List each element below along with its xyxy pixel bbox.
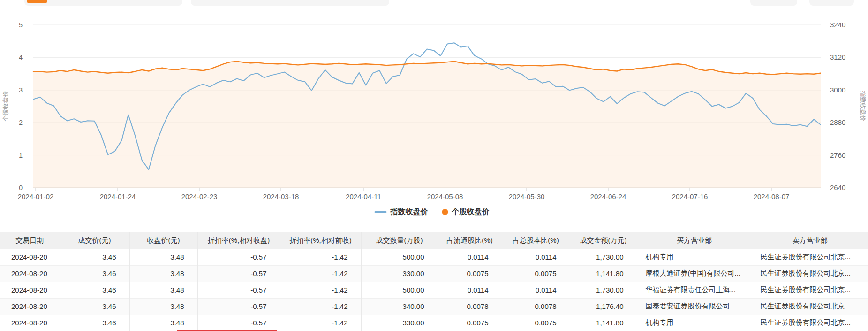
table-cell: 民生证券股份有限公司北京... <box>752 315 868 331</box>
stock-price-area <box>33 62 821 188</box>
table-cell: 0.0075 <box>438 265 502 282</box>
excel-icon-dark <box>825 0 829 0</box>
tab-group-right <box>191 0 389 6</box>
table-cell: 民生证券股份有限公司北京... <box>752 298 868 315</box>
x-axis-label: 2024-01-24 <box>100 192 136 200</box>
table-cell: 1,730.00 <box>570 249 637 265</box>
grid-view-button[interactable] <box>750 0 797 6</box>
column-header: 交易日期 <box>0 232 60 249</box>
column-header: 成交金额(万元) <box>570 232 637 249</box>
table-cell: 3.46 <box>60 298 129 315</box>
column-header: 卖方营业部 <box>752 232 868 249</box>
table-cell: 3.46 <box>60 265 129 282</box>
table-cell: 0.0075 <box>502 315 570 331</box>
table-cell: -1.42 <box>280 282 361 298</box>
table-cell: 0.0075 <box>438 315 502 331</box>
block-trade-table: 交易日期成交价(元)收盘价(元)折扣率(%,相对收盘)折扣率(%,相对前收)成交… <box>0 232 868 331</box>
x-axis-label: 2024-02-23 <box>181 192 218 200</box>
table-cell: 1,176.40 <box>570 298 637 315</box>
table-cell: 民生证券股份有限公司北京... <box>752 282 868 298</box>
x-axis-label: 2024-07-16 <box>672 192 708 200</box>
table-cell: 1,141.80 <box>570 265 637 282</box>
table-cell: 2024-08-20 <box>0 249 60 265</box>
table-cell: 0.0078 <box>502 298 570 315</box>
x-axis-label: 2024-05-30 <box>509 192 545 200</box>
column-header: 成交价(元) <box>60 232 129 249</box>
right-axis-tick: 3000 <box>830 86 845 94</box>
table-cell: -1.42 <box>280 249 361 265</box>
table-cell: 3.48 <box>129 298 197 315</box>
top-toolbar <box>0 0 868 7</box>
left-axis-tick: 2 <box>19 119 23 126</box>
table-cell: 国泰君安证券股份有限公司... <box>637 298 752 315</box>
legend-label: 指数收盘价 <box>391 207 428 217</box>
column-header: 收盘价(元) <box>129 232 197 249</box>
table-cell: 0.0114 <box>438 249 502 265</box>
table-cell: -1.42 <box>280 315 361 331</box>
right-axis-tick: 2760 <box>830 151 845 159</box>
table-cell: 330.00 <box>361 265 438 282</box>
column-header: 占流通股比(%) <box>438 232 502 249</box>
table-cell: 3.48 <box>129 315 197 331</box>
tab-group-left <box>24 0 182 6</box>
table-cell: -0.57 <box>197 315 280 331</box>
table-cell: 3.48 <box>129 249 197 265</box>
table-cell: 3.48 <box>129 282 197 298</box>
active-tab-button[interactable] <box>27 0 47 3</box>
table-cell: 0.0114 <box>438 282 502 298</box>
table-cell: 0.0114 <box>502 282 570 298</box>
table-cell: 民生证券股份有限公司北京... <box>752 249 868 265</box>
table-row: 2024-08-203.463.48-0.57-1.42330.000.0075… <box>0 315 868 331</box>
right-axis-tick: 2880 <box>830 118 845 126</box>
left-axis-title: 个股收盘价 <box>2 91 9 122</box>
column-header: 成交数量(万股) <box>361 232 438 249</box>
table-row: 2024-08-203.463.48-0.57-1.42330.000.0075… <box>0 265 868 282</box>
left-axis-tick: 4 <box>19 54 23 61</box>
column-header: 折扣率(%,相对前收) <box>280 232 361 249</box>
table-cell: 500.00 <box>361 282 438 298</box>
price-index-line-chart: 0123452640276028803000312032402024-01-02… <box>0 0 868 221</box>
table-cell: 0.0114 <box>502 249 570 265</box>
table-cell: 华福证券有限责任公司上海... <box>637 282 752 298</box>
table-cell: 0.0075 <box>502 265 570 282</box>
x-axis-label: 2024-01-02 <box>18 192 54 200</box>
table-cell: 3.46 <box>60 282 129 298</box>
right-axis-tick: 3240 <box>830 21 845 29</box>
table-cell: 2024-08-20 <box>0 282 60 298</box>
chart-legend: 指数收盘价 个股收盘价 <box>375 207 490 217</box>
excel-icon-green <box>830 0 834 0</box>
column-header: 买方营业部 <box>637 232 752 249</box>
table-row: 2024-08-203.463.48-0.57-1.42500.000.0114… <box>0 249 868 265</box>
table-cell: 3.46 <box>60 249 129 265</box>
left-axis-tick: 3 <box>19 86 23 94</box>
table-cell: 340.00 <box>361 298 438 315</box>
table-cell: 1,730.00 <box>570 282 637 298</box>
table-cell: -0.57 <box>197 282 280 298</box>
table-cell: 2024-08-20 <box>0 298 60 315</box>
right-axis-title: 指数收盘价 <box>860 91 867 122</box>
column-header: 折扣率(%,相对收盘) <box>197 232 280 249</box>
table-cell: 机构专用 <box>637 249 752 265</box>
table-row: 2024-08-203.463.48-0.57-1.42340.000.0078… <box>0 298 868 315</box>
legend-item-stock[interactable]: 个股收盘价 <box>442 207 490 217</box>
table-cell: -1.42 <box>280 298 361 315</box>
table-cell: 1,141.80 <box>570 315 637 331</box>
table-cell: 3.46 <box>60 315 129 331</box>
excel-export-button[interactable] <box>809 0 854 6</box>
block-trade-page: 0123452640276028803000312032402024-01-02… <box>0 0 868 331</box>
x-axis-label: 2024-08-07 <box>754 192 790 200</box>
left-axis-tick: 5 <box>19 21 23 29</box>
table-header-row: 交易日期成交价(元)收盘价(元)折扣率(%,相对收盘)折扣率(%,相对前收)成交… <box>0 232 868 249</box>
x-axis-label: 2024-04-11 <box>346 192 381 200</box>
x-axis-label: 2024-06-24 <box>590 192 626 200</box>
table-cell: 机构专用 <box>637 315 752 331</box>
right-axis-tick: 2640 <box>830 184 845 192</box>
table-cell: 0.0078 <box>438 298 502 315</box>
table-cell: 2024-08-20 <box>0 265 60 282</box>
legend-line-marker <box>375 211 387 213</box>
table-cell: 330.00 <box>361 315 438 331</box>
left-axis-tick: 0 <box>19 184 23 192</box>
table-cell: 民生证券股份有限公司北京... <box>752 265 868 282</box>
legend-item-index[interactable]: 指数收盘价 <box>375 207 428 217</box>
table-cell: 3.48 <box>129 265 197 282</box>
